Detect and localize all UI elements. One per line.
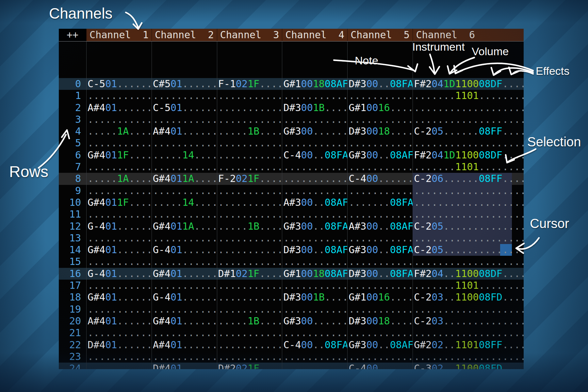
pattern-cell[interactable]: ........... <box>152 351 217 363</box>
pattern-cell[interactable]: ........... <box>282 351 347 363</box>
pattern-cell[interactable]: ........... <box>282 303 347 315</box>
pattern-cell[interactable]: D#3001B.... <box>282 102 347 114</box>
pattern-cell[interactable]: G-401...... <box>152 244 217 256</box>
pattern-cell[interactable]: ........... <box>217 102 282 114</box>
pattern-cell[interactable]: ........... <box>217 90 282 102</box>
pattern-cell[interactable]: ........... <box>347 327 413 339</box>
pattern-cell[interactable]: D#300..08FA <box>347 78 413 90</box>
pattern-cell[interactable]: G#300..08FA <box>347 244 413 256</box>
pattern-cell[interactable]: C-302..110008FD.... <box>413 363 524 369</box>
pattern-cell[interactable]: C-400...... <box>347 173 413 185</box>
pattern-cell[interactable]: ........... <box>282 137 347 149</box>
pattern-cell[interactable]: A#300..08AF <box>282 197 347 208</box>
pattern-cell[interactable]: G#4011A.... <box>152 173 217 185</box>
pattern-cell[interactable]: ........... <box>152 208 217 220</box>
pattern-cell[interactable]: D#401...... <box>86 339 152 351</box>
pattern-cell[interactable]: ........... <box>217 149 282 161</box>
pattern-cell[interactable]: .......08FA <box>347 197 413 208</box>
pattern-cell[interactable]: .....1A.... <box>86 173 152 185</box>
pattern-cell[interactable]: C-501...... <box>86 78 152 90</box>
pattern-cell[interactable]: D#3001B.... <box>282 291 347 303</box>
pattern-cell[interactable]: ........... <box>282 173 347 185</box>
pattern-cell[interactable]: G#4011F.... <box>86 149 152 161</box>
pattern-cell[interactable]: G#401...... <box>86 244 152 256</box>
pattern-cell[interactable]: ........... <box>217 351 282 363</box>
pattern-cell[interactable]: ........... <box>282 256 347 268</box>
pattern-cell[interactable]: ................... <box>413 102 524 114</box>
pattern-cell[interactable]: ........... <box>347 232 413 244</box>
pattern-cell[interactable]: ........... <box>282 232 347 244</box>
pattern-cell[interactable]: ........... <box>152 303 217 315</box>
pattern-cell[interactable]: ........... <box>217 197 282 208</box>
pattern-cell[interactable]: F-1021F.... <box>217 78 282 90</box>
pattern-cell[interactable]: .....1A.... <box>86 125 152 137</box>
pattern-cell[interactable]: ........... <box>152 280 217 291</box>
channel-header-4[interactable]: Channel 4 <box>282 29 347 41</box>
pattern-cell[interactable]: A#401...... <box>86 315 152 327</box>
pattern-cell[interactable]: ........... <box>86 90 152 102</box>
pattern-cell[interactable]: A#401...... <box>152 125 217 137</box>
pattern-cell[interactable]: ........... <box>217 208 282 220</box>
pattern-cell[interactable]: C#501...... <box>152 78 217 90</box>
pattern-cell[interactable]: ........... <box>152 114 217 125</box>
pattern-cell[interactable]: ........... <box>282 208 347 220</box>
pattern-cell[interactable]: ........... <box>152 137 217 149</box>
pattern-cell[interactable]: C-203..110008FD.... <box>413 291 524 303</box>
channel-header-3[interactable]: Channel 3 <box>217 29 282 41</box>
pattern-cell[interactable]: ........... <box>152 327 217 339</box>
pattern-cell[interactable]: ........... <box>86 185 152 197</box>
pattern-cell[interactable]: .......1101........ <box>413 90 524 102</box>
pattern-cell[interactable]: ........... <box>86 363 152 369</box>
pattern-body[interactable]: 0C-501......C#501......F-1021F....G#1001… <box>59 41 524 369</box>
pattern-cell[interactable]: C-205......08FF.... <box>413 125 524 137</box>
pattern-cell[interactable]: ........... <box>152 256 217 268</box>
pattern-cell[interactable]: D#30018.... <box>347 315 413 327</box>
pattern-cell[interactable]: ........... <box>217 232 282 244</box>
pattern-cell[interactable]: ........... <box>152 90 217 102</box>
pattern-cell[interactable]: ........... <box>217 327 282 339</box>
pattern-cell[interactable]: ........... <box>217 291 282 303</box>
pattern-expand-button[interactable]: ++ <box>59 29 86 41</box>
pattern-cell[interactable]: ................... <box>413 197 524 208</box>
pattern-cell[interactable]: ........... <box>347 185 413 197</box>
pattern-cell[interactable]: G#300..08FA <box>282 220 347 232</box>
pattern-cell[interactable]: G#401...... <box>86 291 152 303</box>
pattern-cell[interactable]: ........... <box>86 161 152 173</box>
pattern-cell[interactable]: G#300..08AF <box>347 339 413 351</box>
pattern-cell[interactable]: .....1B.... <box>217 125 282 137</box>
pattern-cell[interactable]: C-400...... <box>347 363 413 369</box>
pattern-cell[interactable]: C-400..08FA <box>282 339 347 351</box>
pattern-cell[interactable]: ........... <box>86 256 152 268</box>
pattern-cell[interactable]: .......1101........ <box>413 280 524 291</box>
pattern-cell[interactable]: ........... <box>217 137 282 149</box>
pattern-cell[interactable]: C-203.............. <box>413 315 524 327</box>
pattern-cell[interactable]: ................... <box>413 256 524 268</box>
pattern-cell[interactable]: .....1B.... <box>217 220 282 232</box>
pattern-cell[interactable]: C-400..08FA <box>282 149 347 161</box>
pattern-cell[interactable]: .....14.... <box>152 197 217 208</box>
pattern-cell[interactable]: ................... <box>413 185 524 197</box>
pattern-cell[interactable]: C-206......08FF.... <box>413 173 524 185</box>
pattern-cell[interactable]: G#300...... <box>282 315 347 327</box>
pattern-cell[interactable]: ................... <box>413 232 524 244</box>
pattern-cell[interactable]: G-401...... <box>152 291 217 303</box>
pattern-cell[interactable]: ................... <box>413 137 524 149</box>
pattern-cell[interactable]: ........... <box>86 137 152 149</box>
pattern-cell[interactable]: C-205.............. <box>413 220 524 232</box>
pattern-cell[interactable]: F-2021F.... <box>217 173 282 185</box>
pattern-cell[interactable]: G#401...... <box>152 268 217 280</box>
pattern-cell[interactable]: ........... <box>282 363 347 369</box>
pattern-cell[interactable]: .......1101........ <box>413 161 524 173</box>
pattern-cell[interactable]: ........... <box>217 339 282 351</box>
pattern-cell[interactable]: ........... <box>282 327 347 339</box>
pattern-cell[interactable]: ........... <box>152 185 217 197</box>
pattern-cell[interactable]: D#2021F.... <box>217 363 282 369</box>
pattern-cell[interactable]: ........... <box>217 185 282 197</box>
pattern-cell[interactable]: A#300..08AF <box>347 220 413 232</box>
pattern-cell[interactable]: ........... <box>86 351 152 363</box>
pattern-cell[interactable]: G#4011A.... <box>152 220 217 232</box>
pattern-cell[interactable]: ........... <box>152 161 217 173</box>
pattern-cell[interactable]: F#2041D110008DF.... <box>413 78 524 90</box>
pattern-cell[interactable]: ........... <box>217 256 282 268</box>
pattern-cell[interactable]: ........... <box>152 232 217 244</box>
